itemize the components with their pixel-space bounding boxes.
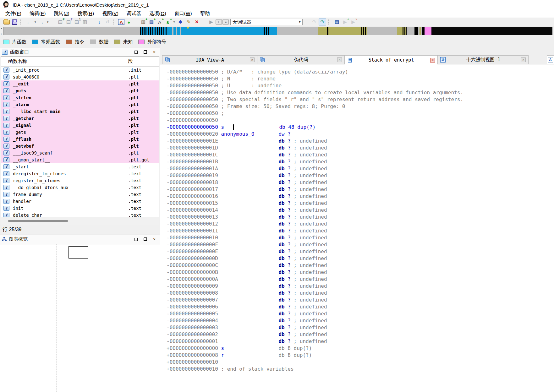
- restore-icon[interactable]: [143, 50, 147, 54]
- jump-next-icon[interactable]: ↓: [96, 19, 103, 25]
- listing-line[interactable]: -0000000000000009 db ? ; undefined: [167, 283, 554, 290]
- function-name[interactable]: _start: [13, 164, 128, 169]
- function-name[interactable]: sub_4006C0: [13, 74, 128, 79]
- navigate-back-icon[interactable]: ←: [25, 19, 33, 25]
- function-name[interactable]: _alarm: [13, 102, 128, 107]
- attach-process-icon[interactable]: ↷: [310, 19, 318, 25]
- disassembly-view[interactable]: -0000000000000050 ; D/A/* : change type …: [160, 64, 554, 392]
- close-icon[interactable]: ×: [152, 50, 156, 54]
- undo-icon[interactable]: ↺: [104, 19, 111, 25]
- tab-close-icon[interactable]: ×: [521, 57, 526, 62]
- listing-line[interactable]: -0000000000000018 db ? ; undefined: [167, 179, 554, 186]
- listing-line[interactable]: -000000000000000A db ? ; undefined: [167, 276, 554, 283]
- function-name[interactable]: _setvbuf: [13, 144, 128, 149]
- function-name[interactable]: __gmon_start__: [13, 157, 128, 162]
- listing-line[interactable]: -0000000000000050: [167, 117, 554, 124]
- tab-label[interactable]: 伪代码: [267, 57, 335, 63]
- listing-line[interactable]: +0000000000000010 ; end of stack variabl…: [167, 366, 554, 373]
- patch-icon[interactable]: ✱: [177, 19, 184, 25]
- menu-item-9[interactable]: 帮助: [196, 10, 214, 18]
- function-row[interactable]: f_gets.plt: [1, 129, 159, 136]
- navband-segment[interactable]: [397, 27, 403, 35]
- listing-line[interactable]: -0000000000000005 db ? ; undefined: [167, 310, 554, 317]
- navband-segment[interactable]: [407, 27, 414, 35]
- listing-line[interactable]: -0000000000000010 db ? ; undefined: [167, 234, 554, 241]
- function-name[interactable]: _signal: [13, 123, 128, 128]
- navband-segment[interactable]: [264, 27, 270, 35]
- function-row[interactable]: f__exit.plt: [1, 80, 159, 87]
- function-row[interactable]: f_puts.plt: [1, 87, 159, 94]
- function-name[interactable]: __do_global_dtors_aux: [13, 185, 128, 190]
- add-breakpoint-icon[interactable]: ▶+: [341, 19, 349, 25]
- function-row[interactable]: f___libc_start_main.plt: [1, 108, 159, 115]
- functions-hscrollbar[interactable]: [1, 217, 159, 225]
- function-row[interactable]: f_signal.plt: [1, 122, 159, 129]
- menu-item-7[interactable]: 选项(O): [145, 10, 170, 18]
- navband-segment[interactable]: [328, 27, 361, 35]
- back-history-dropdown-icon[interactable]: ▾: [33, 19, 37, 25]
- listing-line[interactable]: -0000000000000006 db ? ; undefined: [167, 303, 554, 310]
- hscrollbar-thumb[interactable]: [8, 220, 68, 222]
- function-row[interactable]: fdelete_char.text: [1, 212, 159, 217]
- listing-line[interactable]: +0000000000000010: [167, 359, 554, 366]
- listing-line[interactable]: -0000000000000015 db ? ; undefined: [167, 200, 554, 207]
- menu-item-3[interactable]: 跳转(J): [50, 10, 74, 18]
- listing-line[interactable]: -0000000000000050 ; N : rename: [167, 75, 554, 82]
- jump-address-icon[interactable]: ▤#: [57, 19, 64, 25]
- overview-viewport-rect[interactable]: [69, 246, 88, 259]
- function-name[interactable]: _getchar: [13, 116, 128, 121]
- menu-item-1[interactable]: 文件(F): [1, 10, 25, 18]
- listing-line[interactable]: +0000000000000000 s db 8 dup(?): [167, 345, 554, 352]
- listing-line[interactable]: -0000000000000014 db ? ; undefined: [167, 207, 554, 214]
- navband-current-position-marker[interactable]: [186, 27, 189, 29]
- listing-line[interactable]: -000000000000000B db ? ; undefined: [167, 269, 554, 276]
- function-row[interactable]: f_getchar.plt: [1, 115, 159, 122]
- function-row[interactable]: f__do_global_dtors_aux.text: [1, 184, 159, 191]
- listing-line[interactable]: -0000000000000050 ; U : undefine: [167, 82, 554, 89]
- listing-line[interactable]: -0000000000000011 db ? ; undefined: [167, 227, 554, 234]
- navband-scroll-arrows[interactable]: ▸▸: [0, 27, 3, 35]
- function-row[interactable]: fregister_tm_clones.text: [1, 177, 159, 184]
- function-row[interactable]: fsub_4006C0.plt: [1, 74, 159, 80]
- text-view-icon[interactable]: A: [118, 19, 124, 25]
- navband-segment[interactable]: [177, 27, 180, 35]
- close-icon[interactable]: ×: [152, 237, 156, 241]
- navband-segment[interactable]: [361, 27, 367, 35]
- jump-segment-icon[interactable]: ▤1: [73, 19, 80, 25]
- tab-伪代码[interactable]: 伪代码×: [257, 55, 345, 64]
- open-file-icon[interactable]: [3, 20, 10, 24]
- listing-line[interactable]: -0000000000000019 db ? ; undefined: [167, 172, 554, 179]
- debug-stop-icon[interactable]: ■: [222, 19, 229, 25]
- navigation-band[interactable]: [3, 27, 552, 35]
- navband-segment[interactable]: [3, 27, 140, 35]
- tab-label[interactable]: Stack of encrypt: [355, 57, 428, 63]
- function-name[interactable]: deregister_tm_clones: [13, 171, 128, 176]
- save-icon[interactable]: [12, 19, 17, 25]
- function-name[interactable]: _strlen: [13, 95, 128, 100]
- listing-line[interactable]: -0000000000000016 db ? ; undefined: [167, 193, 554, 200]
- navigate-forward-icon[interactable]: →: [38, 19, 45, 25]
- maximize-icon[interactable]: [134, 50, 138, 54]
- listing-line[interactable]: +0000000000000008 r db 8 dup(?): [167, 352, 554, 359]
- function-name[interactable]: delete_char: [13, 213, 128, 217]
- create-dropdown-icon[interactable]: ▾: [172, 19, 176, 25]
- listing-line[interactable]: -000000000000001A db ? ; undefined: [167, 165, 554, 172]
- listing-line[interactable]: -0000000000000050 ; D/A/* : change type …: [167, 68, 554, 75]
- menu-item-4[interactable]: 搜索(H): [74, 10, 98, 18]
- listing-line[interactable]: -000000000000001B db ? ; undefined: [167, 158, 554, 165]
- maximize-icon[interactable]: [134, 237, 138, 241]
- navband-segment[interactable]: [147, 27, 167, 35]
- tab-close-icon[interactable]: ×: [430, 58, 435, 63]
- function-name[interactable]: _puts: [13, 88, 128, 93]
- function-name[interactable]: handler: [13, 199, 128, 204]
- column-segment[interactable]: 段: [128, 58, 133, 64]
- listing-line[interactable]: -0000000000000050 s db 48 dup(?): [167, 124, 554, 131]
- step-over-icon[interactable]: ↷: [319, 19, 326, 25]
- undefine-icon[interactable]: ✕: [193, 19, 200, 25]
- listing-line[interactable]: -0000000000000017 db ? ; undefined: [167, 186, 554, 193]
- delete-breakpoint-icon[interactable]: ▶×: [349, 19, 357, 25]
- function-name[interactable]: init: [13, 206, 128, 211]
- listing-line[interactable]: -0000000000000050 ;: [167, 110, 554, 117]
- listing-line[interactable]: -0000000000000007 db ? ; undefined: [167, 297, 554, 303]
- tab-stack-of-encrypt[interactable]: Stack of encrypt×: [345, 55, 438, 64]
